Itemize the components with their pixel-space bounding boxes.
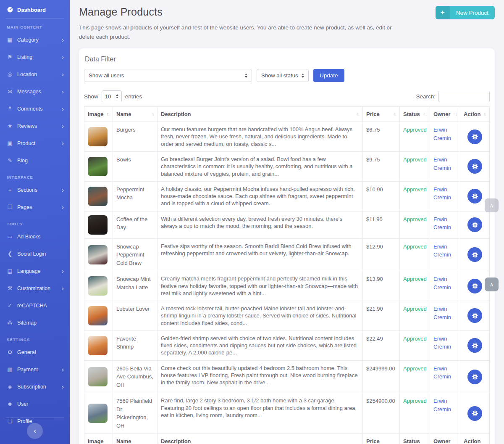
sidebar-item-label: Location [17, 71, 37, 77]
column-header-owner[interactable]: Owner↑↓ [430, 107, 460, 122]
product-thumbnail [88, 404, 108, 423]
owner-link[interactable]: Erwin Cremin [433, 398, 451, 412]
sort-icon: ↑↓ [357, 112, 359, 116]
owner-link[interactable]: Erwin Cremin [433, 276, 451, 291]
sidebar-item-comments[interactable]: ❝Comments› [0, 100, 70, 117]
product-description: A holiday classic, our Peppermint Mocha … [158, 181, 363, 211]
image-cell [84, 271, 113, 301]
sidebar-item-label: General [17, 349, 36, 355]
scroll-top-button[interactable]: ∧ [485, 278, 499, 291]
column-header-price[interactable]: Price↑↓ [363, 107, 400, 122]
chevron-right-icon: › [62, 140, 64, 146]
row-settings-button[interactable] [467, 217, 482, 232]
sidebar-brand[interactable]: Dashboard [0, 0, 70, 18]
sidebar-item-category[interactable]: ▦Category› [0, 31, 70, 48]
image-cell [84, 360, 113, 393]
row-settings-button[interactable] [467, 189, 482, 204]
language-icon: ▤ [7, 268, 13, 274]
sort-icon: ↑↓ [151, 112, 154, 116]
status-badge: Approved [400, 152, 430, 182]
sidebar-item-sections[interactable]: ≡Sections› [0, 181, 70, 198]
table-row: Peppermint MochaA holiday classic, our P… [84, 181, 490, 211]
owner-link[interactable]: Erwin Cremin [433, 127, 451, 141]
table-row: Lobster LoverA roasted rock lobster tail… [84, 301, 490, 331]
grid-icon: ▦ [7, 37, 13, 43]
owner-link[interactable]: Erwin Cremin [433, 243, 451, 258]
row-settings-button[interactable] [467, 370, 482, 384]
image-cell [84, 393, 113, 434]
page-title: Manage Products [79, 6, 163, 18]
page-description: This page shows all products of yourself… [79, 23, 392, 41]
sidebar-section-label-main-content: MAIN CONTENT [0, 19, 70, 31]
status-badge: Approved [400, 301, 430, 331]
sidebar-item-location[interactable]: ◎Location› [0, 66, 70, 83]
product-description: Creamy matcha meets fragrant peppermint … [158, 271, 363, 301]
sort-icon: ↑↓ [394, 112, 396, 116]
product-description: Golden-fried shrimp served with choice o… [158, 330, 363, 360]
action-cell [460, 301, 490, 331]
status-filter-value: Show all status [261, 72, 298, 79]
sidebar-item-customization[interactable]: ⚒Customization› [0, 280, 70, 297]
owner-link[interactable]: Erwin Cremin [433, 336, 451, 350]
column-header-status[interactable]: Status↑↓ [400, 107, 430, 122]
sidebar-item-label: Blog [17, 158, 28, 164]
search-input[interactable] [438, 91, 490, 102]
scroll-top-button[interactable]: ∧ [485, 198, 499, 212]
sidebar-item-reviews[interactable]: ★Reviews› [0, 117, 70, 135]
product-name: 7569 Plainfield Dr Pickerington, OH [113, 393, 158, 434]
status-filter-select[interactable]: Show all status [257, 69, 309, 82]
sidebar-collapse-button[interactable]: ‹ [27, 423, 43, 439]
sidebar-item-sitemap[interactable]: ⁂Sitemap [0, 314, 70, 331]
sidebar-item-label: Customization [17, 285, 50, 291]
sidebar-item-label: Comments [17, 106, 42, 112]
product-name: 2605 Bella Via Ave Columbus, OH [113, 360, 158, 393]
owner-link[interactable]: Erwin Cremin [433, 216, 451, 231]
column-header-description[interactable]: Description↑↓ [158, 107, 363, 122]
product-name: Snowcap Peppermint Cold Brew [113, 238, 158, 271]
product-thumbnail [88, 187, 108, 206]
update-button[interactable]: Update [313, 69, 344, 82]
column-label: Description [161, 111, 191, 117]
owner-link[interactable]: Erwin Cremin [433, 365, 451, 380]
gear-icon [472, 312, 478, 319]
row-settings-button[interactable] [467, 130, 482, 144]
row-settings-button[interactable] [467, 406, 482, 421]
row-settings-button[interactable] [467, 247, 482, 262]
sidebar-item-subscription[interactable]: ◈Subscription› [0, 378, 70, 395]
row-settings-button[interactable] [467, 159, 482, 174]
sidebar-item-messages[interactable]: ✉Messages› [0, 83, 70, 100]
sidebar-item-label: Subscription [17, 384, 46, 390]
column-header-image[interactable]: Image↑↓ [84, 107, 113, 122]
new-product-button[interactable]: + New Product [436, 6, 495, 19]
sidebar-item-listing[interactable]: ⚑Listing› [0, 48, 70, 66]
chevron-right-icon: › [62, 71, 64, 77]
row-settings-button[interactable] [467, 279, 482, 293]
sidebar-item-blog[interactable]: ✎Blog [0, 152, 70, 169]
owner-link[interactable]: Erwin Cremin [433, 306, 451, 320]
column-header-name[interactable]: Name↑↓ [113, 107, 158, 122]
products-card: Data Filter Show all users Show all stat… [79, 48, 495, 444]
sidebar-item-general[interactable]: ⚙General [0, 344, 70, 361]
sidebar-item-pages[interactable]: ❐Pages› [0, 198, 70, 216]
sidebar-item-social-login[interactable]: ❮Social Login [0, 245, 70, 262]
gear-icon [472, 283, 478, 289]
column-header-action[interactable]: Action↑↓ [460, 107, 490, 122]
sidebar-item-product[interactable]: ▣Product› [0, 135, 70, 152]
image-cell [84, 181, 113, 211]
sidebar-item-recaptcha[interactable]: ✓reCAPTCHA [0, 297, 70, 314]
entries-select[interactable]: 10 [102, 90, 122, 102]
sidebar-item-ad-blocks[interactable]: ▭Ad Blocks [0, 228, 70, 245]
product-price: $6.75 [363, 122, 400, 152]
product-thumbnail [88, 336, 108, 355]
footer-column-header-owner: Owner [430, 434, 460, 444]
row-settings-button[interactable] [467, 308, 482, 323]
owner-link[interactable]: Erwin Cremin [433, 156, 451, 171]
row-settings-button[interactable] [467, 338, 482, 353]
user-filter-select[interactable]: Show all users [84, 69, 252, 82]
sidebar-item-payment[interactable]: ▥Payment› [0, 361, 70, 378]
sort-icon: ↑↓ [424, 112, 426, 116]
map-pin-icon: ◎ [7, 71, 13, 77]
sidebar-item-language[interactable]: ▤Language› [0, 262, 70, 280]
sidebar-item-user[interactable]: ☻User [0, 395, 70, 412]
owner-link[interactable]: Erwin Cremin [433, 186, 451, 201]
